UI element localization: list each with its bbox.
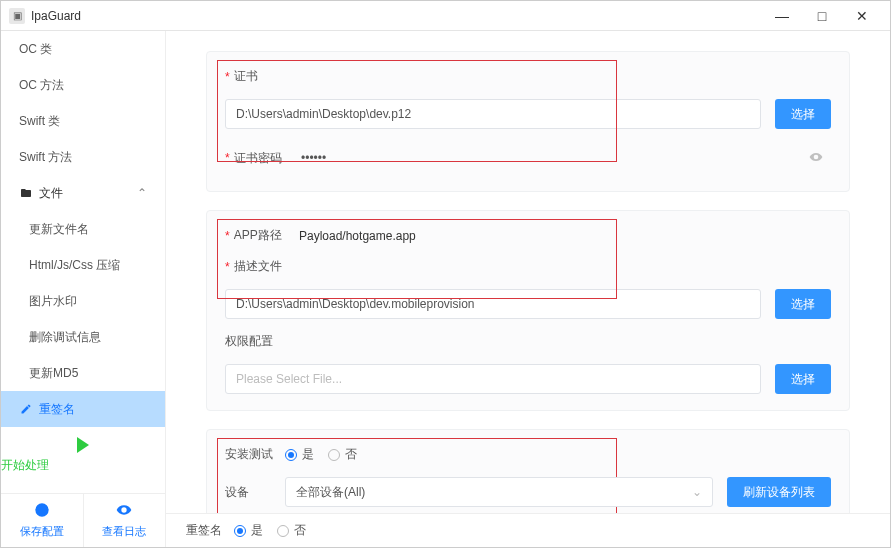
entitlements-input[interactable]: [225, 364, 761, 394]
cert-select-button[interactable]: 选择: [775, 99, 831, 129]
process-label[interactable]: 开始处理: [1, 457, 73, 474]
view-log-button[interactable]: 查看日志: [83, 494, 166, 547]
footer: 重签名 是 否: [166, 513, 890, 547]
chevron-down-icon: ⌄: [692, 485, 702, 499]
view-log-label: 查看日志: [102, 525, 146, 537]
profile-label: *描述文件: [225, 258, 297, 275]
entitlements-select-button[interactable]: 选择: [775, 364, 831, 394]
sidebar-item-watermark[interactable]: 图片水印: [1, 283, 165, 319]
close-button[interactable]: ✕: [842, 1, 882, 31]
refresh-devices-button[interactable]: 刷新设备列表: [727, 477, 831, 507]
save-config-label: 保存配置: [20, 525, 64, 537]
eye-toggle-icon[interactable]: [809, 150, 823, 167]
play-icon[interactable]: [77, 437, 89, 453]
save-config-button[interactable]: 保存配置: [1, 494, 83, 547]
device-select-value: 全部设备(All): [296, 484, 365, 501]
cert-path-input[interactable]: [225, 99, 761, 129]
main: *证书 选择 *证书密码: [166, 31, 890, 547]
sign-icon: [19, 402, 33, 416]
card-install: 安装测试 是 否 设备 全部设备(All) ⌄ 刷新设备列表: [206, 429, 850, 513]
titlebar: ▣ IpaGuard — □ ✕: [1, 1, 890, 31]
sidebar-section-file-label: 文件: [39, 185, 63, 202]
chevron-up-icon: ⌃: [137, 186, 147, 200]
card-app: *APP路径 Payload/hotgame.app *描述文件 选择 权限配置…: [206, 210, 850, 411]
footer-resign-no[interactable]: 否: [277, 522, 306, 539]
footer-resign-yes[interactable]: 是: [234, 522, 263, 539]
device-label: 设备: [225, 484, 285, 501]
minimize-button[interactable]: —: [762, 1, 802, 31]
app-path-label: *APP路径: [225, 227, 297, 244]
device-select[interactable]: 全部设备(All) ⌄: [285, 477, 713, 507]
maximize-button[interactable]: □: [802, 1, 842, 31]
sidebar-item-compress[interactable]: Html/Js/Css 压缩: [1, 247, 165, 283]
cert-label: *证书: [225, 68, 297, 85]
sidebar-section-file[interactable]: 文件 ⌃: [1, 175, 165, 211]
app-icon: ▣: [9, 8, 25, 24]
profile-path-input[interactable]: [225, 289, 761, 319]
cert-pwd-label: *证书密码: [225, 150, 297, 167]
eye-icon: [84, 502, 166, 522]
entitlements-label: 权限配置: [225, 333, 273, 350]
sidebar: OC 类 OC 方法 Swift 类 Swift 方法 文件 ⌃ 更新文件名 H…: [1, 31, 166, 547]
folder-icon: [19, 186, 33, 200]
download-icon: [1, 502, 83, 522]
cert-pwd-input[interactable]: [297, 143, 831, 173]
sidebar-item-resign-label: 重签名: [39, 401, 75, 418]
content: *证书 选择 *证书密码: [166, 31, 890, 513]
sidebar-item-remove-debug[interactable]: 删除调试信息: [1, 319, 165, 355]
process-area: 开始处理: [1, 427, 165, 480]
sidebar-item-oc-method[interactable]: OC 方法: [1, 67, 165, 103]
app-title: IpaGuard: [31, 9, 762, 23]
card-certificate: *证书 选择 *证书密码: [206, 51, 850, 192]
sidebar-item-oc-class[interactable]: OC 类: [1, 31, 165, 67]
sidebar-item-swift-class[interactable]: Swift 类: [1, 103, 165, 139]
app-path-value: Payload/hotgame.app: [297, 229, 416, 243]
footer-resign-label: 重签名: [186, 522, 222, 539]
sidebar-item-resign[interactable]: 重签名: [1, 391, 165, 427]
install-test-radiogroup: 是 否: [285, 446, 357, 463]
sidebar-item-update-filename[interactable]: 更新文件名: [1, 211, 165, 247]
install-test-label: 安装测试: [225, 446, 285, 463]
footer-resign-radiogroup: 是 否: [234, 522, 306, 539]
profile-select-button[interactable]: 选择: [775, 289, 831, 319]
install-test-no[interactable]: 否: [328, 446, 357, 463]
sidebar-item-swift-method[interactable]: Swift 方法: [1, 139, 165, 175]
sidebar-bottom: 保存配置 查看日志: [1, 493, 165, 547]
install-test-yes[interactable]: 是: [285, 446, 314, 463]
sidebar-item-update-md5[interactable]: 更新MD5: [1, 355, 165, 391]
